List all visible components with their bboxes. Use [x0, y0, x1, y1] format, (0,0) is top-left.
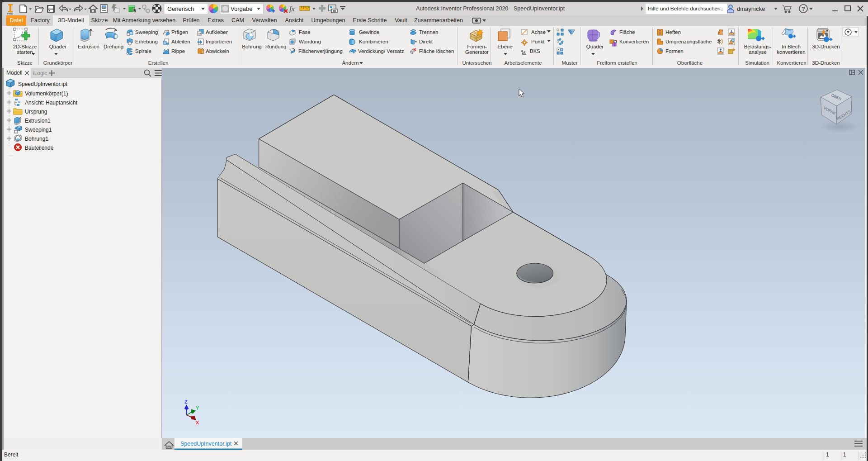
svg-text:dmaynicke: dmaynicke — [737, 5, 765, 12]
svg-text:Bohrung1: Bohrung1 — [25, 136, 48, 142]
svg-text:Ansicht: Hauptansicht: Ansicht: Hauptansicht — [25, 100, 78, 106]
svg-text:Z: Z — [184, 399, 188, 404]
svg-text:?: ? — [802, 5, 805, 12]
svg-text:X: X — [196, 420, 199, 425]
svg-text:Ursprung: Ursprung — [25, 109, 47, 115]
svg-text:Generisch: Generisch — [167, 5, 194, 12]
svg-text:Extrusion1: Extrusion1 — [25, 118, 51, 124]
svg-text:Volumenkörper(1): Volumenkörper(1) — [25, 90, 68, 97]
svg-text:Sweeping1: Sweeping1 — [25, 127, 52, 133]
svg-text:SpeedUpInventor.ipt: SpeedUpInventor.ipt — [18, 81, 67, 87]
svg-text:Hilfe und Befehle durchsuchen.: Hilfe und Befehle durchsuchen.. — [648, 5, 723, 12]
svg-text:Y: Y — [196, 405, 199, 411]
svg-text:Bauteilende: Bauteilende — [25, 145, 54, 151]
svg-text:SpeedUpInventor.ipt: SpeedUpInventor.ipt — [180, 441, 232, 447]
svg-text:iLogic: iLogic — [33, 70, 47, 76]
svg-text:Vorgabe: Vorgabe — [231, 5, 252, 12]
svg-text:PRO: PRO — [7, 12, 13, 15]
svg-text:Autodesk Inventor Professional: Autodesk Inventor Professional 2020 — [416, 5, 508, 12]
svg-text:fx: fx — [289, 5, 295, 13]
svg-text:SpeedUpInventor.ipt: SpeedUpInventor.ipt — [514, 5, 565, 12]
